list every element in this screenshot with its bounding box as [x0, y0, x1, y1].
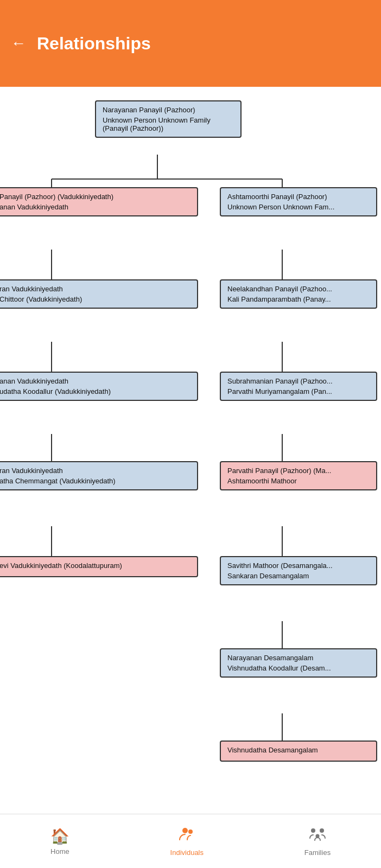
person2-node0: Unknown Person Unknown Family (Panayil (…	[103, 116, 234, 132]
person1-node9: evi Vadukkiniyedath (Koodalattupuram)	[0, 561, 190, 570]
nav-individuals[interactable]: Individuals	[170, 826, 204, 857]
family-node-12[interactable]: Vishnudatha Desamangalam	[220, 741, 377, 762]
home-label: Home	[50, 847, 69, 856]
person1-node5: anan Vadukkiniyedath	[0, 377, 190, 385]
families-label: Families	[304, 848, 331, 857]
family-node-2[interactable]: Ashtamoorthi Panayil (Pazhoor) Unknown P…	[220, 187, 377, 216]
person2-node8: Ashtamoorthi Mathoor	[227, 477, 370, 485]
person1-node7: ran Vadukkiniyedath	[0, 467, 190, 475]
svg-point-17	[320, 828, 324, 833]
person1-node8: Parvathi Panayil (Pazhoor) (Ma...	[227, 467, 370, 475]
bottom-navigation: 🏠 Home Individuals Families	[0, 814, 381, 868]
svg-point-15	[188, 829, 193, 834]
family-node-8[interactable]: Parvathi Panayil (Pazhoor) (Ma... Ashtam…	[220, 461, 377, 490]
person1-node6: Subrahmanian Panayil (Pazhoo...	[227, 377, 370, 385]
person1-node12: Vishnudatha Desamangalam	[227, 746, 370, 754]
home-icon: 🏠	[50, 827, 69, 845]
individuals-icon	[179, 826, 195, 846]
family-node-10[interactable]: Savithri Mathoor (Desamangala... Sankara…	[220, 556, 377, 585]
person2-node11: Vishnudatha Koodallur (Desam...	[227, 664, 370, 672]
person1-node3: ran Vadukkiniyedath	[0, 285, 190, 293]
family-node-7[interactable]: ran Vadukkiniyedath atha Chemmangat (Vad…	[0, 461, 198, 490]
person1-node11: Narayanan Desamangalam	[227, 654, 370, 662]
family-node-0[interactable]: Narayanan Panayil (Pazhoor) Unknown Pers…	[95, 100, 242, 138]
person2-node7: atha Chemmangat (Vadukkiniyedath)	[0, 477, 190, 485]
person2-node10: Sankaran Desamangalam	[227, 572, 370, 580]
back-button[interactable]: ←	[11, 35, 26, 52]
nav-families[interactable]: Families	[304, 826, 331, 857]
family-node-6[interactable]: Subrahmanian Panayil (Pazhoo... Parvathi…	[220, 372, 377, 401]
family-node-1[interactable]: Panayil (Pazhoor) (Vadukkiniyedath) anan…	[0, 187, 198, 216]
family-node-5[interactable]: anan Vadukkiniyedath udatha Koodallur (V…	[0, 372, 198, 401]
person1-node2: Ashtamoorthi Panayil (Pazhoor)	[227, 193, 370, 201]
main-content: Narayanan Panayil (Pazhoor) Unknown Pers…	[0, 87, 381, 814]
families-icon	[309, 826, 326, 846]
svg-point-16	[311, 828, 315, 833]
nav-home[interactable]: 🏠 Home	[50, 827, 69, 856]
person2-node1: anan Vadukkiniyedath	[0, 203, 190, 211]
individuals-label: Individuals	[170, 848, 204, 857]
person1-node10: Savithri Mathoor (Desamangala...	[227, 561, 370, 570]
person2-node5: udatha Koodallur (Vadukkiniyedath)	[0, 387, 190, 395]
family-node-4[interactable]: Neelakandhan Panayil (Pazhoo... Kali Pan…	[220, 279, 377, 309]
family-node-11[interactable]: Narayanan Desamangalam Vishnudatha Kooda…	[220, 648, 377, 678]
svg-point-14	[182, 828, 188, 833]
family-node-9[interactable]: evi Vadukkiniyedath (Koodalattupuram)	[0, 556, 198, 577]
person2-node2: Unknown Person Unknown Fam...	[227, 203, 370, 211]
person2-node4: Kali Pandamparambath (Panay...	[227, 295, 370, 303]
page-title: Relationships	[37, 34, 151, 54]
app-header: ← Relationships	[0, 0, 381, 87]
family-node-3[interactable]: ran Vadukkiniyedath Chittoor (Vadukkiniy…	[0, 279, 198, 309]
person1-node1: Panayil (Pazhoor) (Vadukkiniyedath)	[0, 193, 190, 201]
person2-node6: Parvathi Muriyamangalam (Pan...	[227, 387, 370, 395]
person1-node0: Narayanan Panayil (Pazhoor)	[103, 106, 234, 114]
person1-node4: Neelakandhan Panayil (Pazhoo...	[227, 285, 370, 293]
person2-node3: Chittoor (Vadukkiniyedath)	[0, 295, 190, 303]
